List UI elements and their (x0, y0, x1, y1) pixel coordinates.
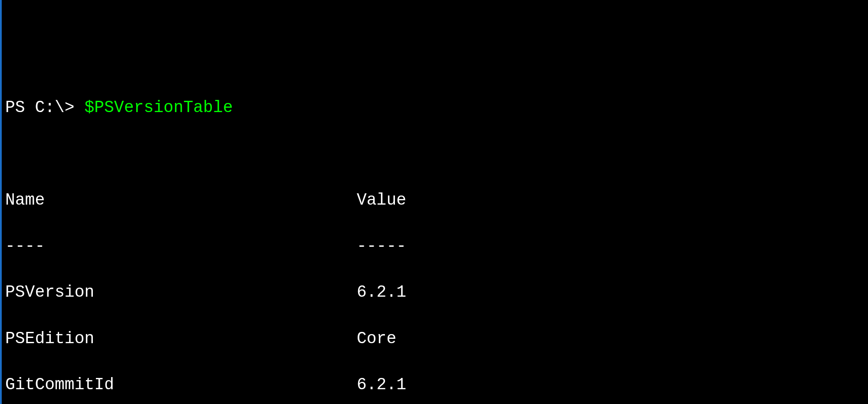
table-row: PSEditionCore (5, 327, 868, 350)
sep-value: ----- (357, 235, 406, 258)
table-row: GitCommitId6.2.1 (5, 373, 868, 396)
table-separator: --------- (5, 235, 868, 258)
row-value: 6.2.1 (357, 281, 406, 304)
command-line[interactable]: PS C:\> $PSVersionTable (5, 96, 868, 119)
table-header: NameValue (5, 189, 868, 212)
row-value: Core (357, 327, 396, 350)
row-name: GitCommitId (5, 373, 357, 396)
row-name: PSVersion (5, 281, 357, 304)
row-name: PSEdition (5, 327, 357, 350)
table-row: PSVersion6.2.1 (5, 281, 868, 304)
blank-line (5, 142, 868, 165)
command-text: $PSVersionTable (84, 98, 233, 117)
header-name: Name (5, 189, 357, 212)
prompt-text: PS C:\> (5, 98, 84, 117)
row-value: 6.2.1 (357, 373, 406, 396)
sep-name: ---- (5, 235, 357, 258)
header-value: Value (357, 189, 406, 212)
